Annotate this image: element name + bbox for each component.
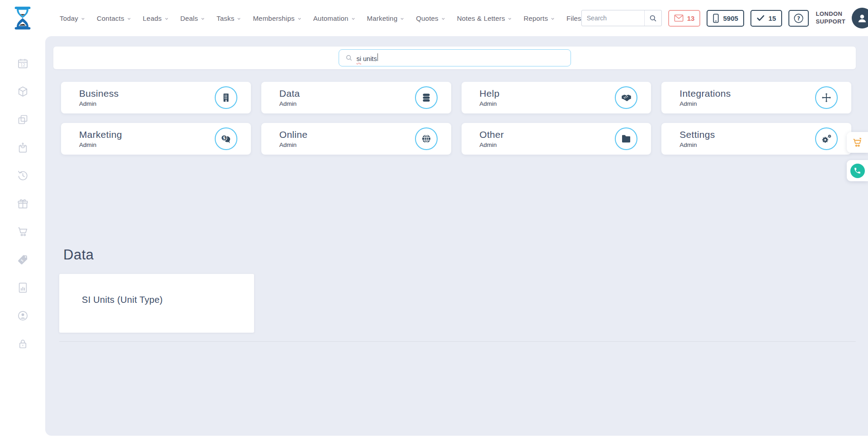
chevron-down-icon: [551, 17, 555, 21]
chevron-down-icon: [441, 17, 445, 21]
move-arrows-icon: [815, 86, 838, 109]
price-tag-icon[interactable]: $: [17, 254, 29, 266]
user-circle-icon[interactable]: [17, 310, 29, 322]
main-nav: Today Contacts Leads Deals Tasks Members…: [60, 14, 581, 22]
card-subtitle: Admin: [279, 141, 415, 148]
svg-text:?: ?: [797, 15, 800, 21]
card-subtitle: Admin: [480, 100, 615, 107]
person-icon: [856, 12, 868, 24]
nav-item-contacts[interactable]: Contacts: [97, 14, 131, 22]
chevron-down-icon: [508, 17, 512, 21]
nav-item-quotes[interactable]: Quotes: [416, 14, 445, 22]
report-document-icon[interactable]: [17, 282, 29, 294]
chevron-down-icon: [400, 17, 404, 21]
user-name: LONDON SUPPORT: [816, 10, 846, 26]
nav-item-leads[interactable]: Leads: [143, 14, 169, 22]
history-icon[interactable]: [17, 170, 29, 182]
card-subtitle: Admin: [79, 141, 215, 148]
phone-icon: [854, 167, 861, 174]
card-title: Data: [279, 88, 415, 99]
svg-text:$: $: [223, 136, 226, 140]
category-card-business[interactable]: Business Admin: [61, 82, 251, 113]
chevron-down-icon: [201, 17, 205, 21]
category-cards: Business Admin Data Admin Help Admin: [61, 82, 851, 155]
header-search: [581, 10, 662, 26]
help-button[interactable]: ?: [788, 10, 809, 27]
category-card-data[interactable]: Data Admin: [261, 82, 451, 113]
gears-icon: [815, 127, 838, 150]
shopping-cart-icon[interactable]: [17, 226, 29, 238]
section-divider: [59, 341, 856, 342]
globe-icon: [415, 127, 438, 150]
handshake-icon: [615, 86, 637, 109]
calls-badge[interactable]: 5905: [707, 10, 744, 27]
card-subtitle: Admin: [679, 141, 815, 148]
category-card-other[interactable]: Other Admin: [462, 123, 651, 155]
messages-badge[interactable]: 13: [668, 10, 701, 27]
category-card-marketing[interactable]: Marketing Admin $: [61, 123, 251, 155]
cart-icon: [852, 137, 863, 148]
search-icon: [345, 54, 353, 61]
card-title: Other: [480, 129, 615, 140]
nav-item-today[interactable]: Today: [60, 14, 85, 22]
bag-receive-icon[interactable]: [17, 141, 29, 154]
nav-item-marketing[interactable]: Marketing: [367, 14, 405, 22]
padlock-icon[interactable]: [17, 338, 29, 350]
top-header: Today Contacts Leads Deals Tasks Members…: [0, 0, 868, 36]
tasks-badge[interactable]: 15: [750, 10, 782, 27]
chevron-down-icon: [351, 17, 355, 21]
card-subtitle: Admin: [279, 100, 415, 107]
section-heading: Data: [63, 247, 94, 263]
category-card-integrations[interactable]: Integrations Admin: [661, 82, 851, 113]
nav-item-memberships[interactable]: Memberships: [253, 14, 301, 22]
nav-item-automation[interactable]: Automation: [313, 14, 355, 22]
category-card-online[interactable]: Online Admin: [261, 123, 451, 155]
result-card-si-units[interactable]: SI Units (Unit Type): [59, 274, 254, 333]
nav-item-notes-letters[interactable]: Notes & Letters: [457, 14, 512, 22]
card-title: Help: [480, 88, 615, 99]
chevron-down-icon: [165, 17, 169, 21]
nav-item-deals[interactable]: Deals: [180, 14, 205, 22]
search-icon[interactable]: [644, 10, 661, 26]
chevron-down-icon: [297, 17, 302, 21]
category-card-settings[interactable]: Settings Admin: [661, 123, 851, 155]
phone-circle: [850, 164, 865, 178]
result-label: SI Units (Unit Type): [59, 274, 254, 305]
main-content: si units Business Admin Data Admin Help: [45, 36, 868, 436]
phone-widget[interactable]: [847, 160, 868, 181]
nav-item-reports[interactable]: Reports: [524, 14, 555, 22]
admin-search-bar: si units: [53, 47, 856, 69]
category-card-help[interactable]: Help Admin: [462, 82, 651, 113]
svg-text:12: 12: [20, 63, 25, 67]
nav-item-tasks[interactable]: Tasks: [217, 14, 241, 22]
checkmark-icon: [756, 14, 765, 22]
cart-widget[interactable]: [847, 132, 868, 153]
gift-icon[interactable]: [17, 198, 29, 210]
card-subtitle: Admin: [480, 141, 615, 148]
chevron-down-icon: [81, 17, 85, 21]
building-icon: [215, 86, 237, 109]
folder-icon: [615, 127, 637, 150]
chevron-down-icon: [127, 17, 131, 21]
card-title: Settings: [679, 129, 815, 140]
envelope-icon: [674, 14, 684, 22]
admin-search-input[interactable]: si units: [339, 49, 571, 66]
mobile-phone-icon: [712, 14, 719, 23]
chevron-down-icon: [237, 17, 241, 21]
header-actions: 13 5905 15 ? LONDON SUPPORT: [581, 8, 868, 28]
header-search-input[interactable]: [582, 14, 644, 22]
card-title: Online: [279, 129, 415, 140]
package-cube-icon[interactable]: [17, 85, 29, 98]
calendar-12-icon[interactable]: 12: [17, 57, 29, 70]
copy-pages-icon[interactable]: [17, 113, 29, 126]
app-logo[interactable]: [14, 6, 32, 30]
hourglass-logo-icon: [14, 6, 32, 30]
card-title: Business: [79, 88, 215, 99]
avatar[interactable]: [852, 8, 868, 28]
nav-item-files[interactable]: Files: [566, 14, 581, 22]
question-mark-icon: ?: [793, 13, 804, 24]
card-subtitle: Admin: [679, 100, 815, 107]
card-title: Marketing: [79, 129, 215, 140]
card-title: Integrations: [679, 88, 815, 99]
chat-dollar-icon: $: [215, 127, 237, 150]
